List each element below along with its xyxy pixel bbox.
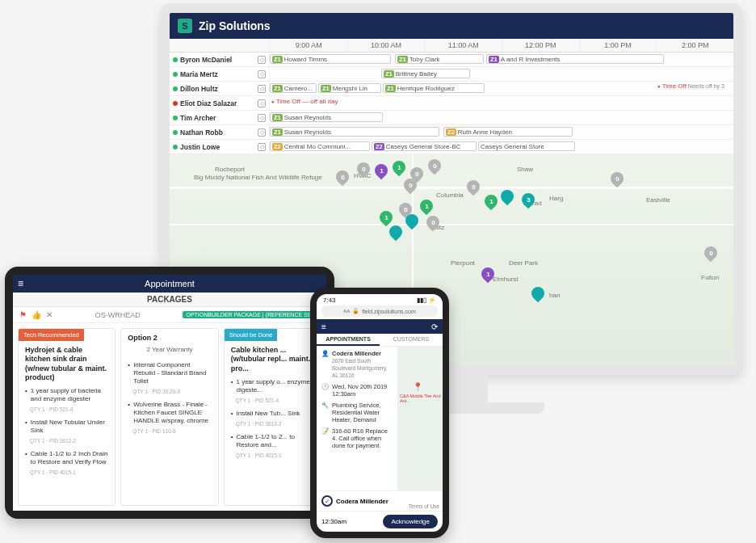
timeline-row[interactable]: Eliot Diaz Salazar◇Time Off — off all da…	[170, 96, 733, 111]
map-pin-icon[interactable]: 0	[334, 168, 352, 187]
line-item: Install New Tubular Under Sink	[19, 415, 115, 438]
timeline-row[interactable]: Dillon Hultz◇Z1Camero...Z1Mengshi LinZ1H…	[170, 82, 733, 96]
map-pin-icon[interactable]	[529, 284, 548, 303]
map-label: Pierpont	[451, 259, 475, 267]
tab-customers[interactable]: CUSTOMERS	[380, 334, 443, 346]
tab-appointments[interactable]: APPOINTMENTS	[317, 334, 380, 346]
signal-icon: ▮▮▯ ⚡	[417, 297, 436, 304]
appointment-bar[interactable]: Z2Central Mo Communi...	[270, 141, 370, 151]
user-icon[interactable]: ◇	[258, 128, 266, 137]
map-pin-icon[interactable]: 0	[608, 170, 627, 188]
appointment-bar[interactable]: Z1Howard Timms	[270, 54, 391, 64]
appointment-bar[interactable]: Z1Camero...	[270, 83, 317, 93]
tech-name: Maria Mertz	[180, 70, 218, 78]
flag-icon[interactable]: ⚑	[19, 310, 27, 319]
map-label: Columbia	[436, 192, 464, 199]
line-item: Wolverine Brass - Finale - Kitchen Fauce…	[121, 398, 217, 428]
hour-label: 10:00 AM	[347, 39, 425, 52]
tablet-device: ≡ Appointment PACKAGES ⚑ 👍 ✕ OS-WRHEAD O…	[5, 267, 334, 519]
hour-label: 12:00 PM	[502, 39, 579, 52]
map-pin-icon[interactable]: 1	[372, 162, 391, 180]
timeline-row[interactable]: Tim Archer◇Z1Susan Reynolds	[170, 111, 733, 125]
appointment-time: Wed, Nov 20th 2019 12:30am	[332, 383, 393, 398]
appointment-bar[interactable]: Z1Susan Reynolds	[270, 112, 383, 122]
hour-label: 11:00 AM	[424, 39, 502, 52]
map-pin-icon[interactable]: 0	[426, 157, 444, 175]
map-label: Fulton	[701, 274, 719, 281]
user-icon[interactable]: ◇	[258, 70, 266, 78]
timeline-row[interactable]: Justin Lowe◇Z2Central Mo Communi...Z2Cas…	[170, 140, 733, 154]
appointment-bar[interactable]: Z2Ruth Anne Hayden	[443, 127, 573, 137]
note-icon: 📝	[321, 427, 329, 449]
status-dot-icon	[173, 130, 178, 135]
line-item: Cable 1-1/2 to 2 Inch Drain to Restore a…	[19, 447, 115, 469]
tech-name: Justin Lowe	[180, 143, 220, 151]
tech-name: Tim Archer	[180, 114, 216, 122]
appointment-bar[interactable]: Z1Henrique Rodriguez	[383, 83, 485, 93]
menu-icon[interactable]: ≡	[321, 322, 326, 331]
line-item: Install New Tub... Sink	[225, 406, 321, 421]
map-label: Deer Park	[509, 259, 538, 267]
footer-name: Codera Millender	[336, 498, 388, 505]
map-pin-icon[interactable]: 0	[702, 244, 720, 263]
map-pin-icon[interactable]	[498, 187, 517, 206]
refresh-icon[interactable]: ⟳	[431, 322, 438, 331]
map-label: Harg	[549, 195, 563, 202]
card-subtitle: 2 Year Warranty	[121, 344, 217, 358]
timeline-row[interactable]: Byron McDaniel◇Z1Howard TimmsZ1Toby Clar…	[170, 53, 733, 67]
hour-label: 1:00 PM	[579, 39, 657, 52]
appointment-bar[interactable]: Z1Mengshi Lin	[318, 83, 381, 93]
close-icon[interactable]: ✕	[46, 310, 52, 319]
timeline-row[interactable]: Nathan Robb◇Z1Susan ReynoldsZ2Ruth Anne …	[170, 125, 733, 140]
phone-tabs: APPOINTMENTS CUSTOMERS	[317, 334, 443, 347]
menu-icon[interactable]: ≡	[18, 278, 23, 289]
line-item-meta: QTY 1 · PID 4015-1	[225, 452, 321, 461]
status-dot-icon	[173, 57, 178, 62]
packages-heading: PACKAGES	[13, 293, 326, 307]
terms-link[interactable]: Terms of Use	[409, 503, 439, 509]
status-dot-icon	[173, 101, 178, 106]
check-icon[interactable]: ✓	[321, 495, 333, 507]
appointment-bar[interactable]: Z1Brittney Bailey	[381, 69, 470, 78]
tablet-header: ≡ Appointment	[13, 275, 326, 293]
url-text: field.zipsolutions.com	[362, 309, 416, 314]
appointment-bar[interactable]: Z1Toby Clark	[395, 54, 484, 64]
map-pin-icon[interactable]: 1	[482, 192, 501, 211]
appointment-bar[interactable]: Caseys General Store	[478, 141, 575, 151]
timeline-row[interactable]: Maria Mertz◇Z1Brittney Bailey	[170, 67, 733, 82]
line-item: 1 year supply o... enzyme digeste...	[225, 375, 321, 398]
app-header: S Zip Solutions	[170, 13, 733, 39]
user-icon[interactable]: ◇	[258, 85, 266, 93]
map-label: Shaw	[517, 166, 533, 173]
clock: 7:43	[323, 297, 336, 304]
appointment-bar[interactable]: Z2Caseys General Store-BC	[372, 141, 477, 151]
line-item: 1 year supply of bacteria and enzyme dig…	[19, 384, 115, 406]
map-pin-icon[interactable]: 1	[418, 197, 436, 216]
map-pin-icon[interactable]	[387, 223, 405, 242]
map-pin-icon[interactable]: 1	[390, 158, 409, 177]
user-icon[interactable]: ◇	[258, 99, 266, 107]
address-bar[interactable]: AA 🔒 field.zipsolutions.com	[321, 305, 438, 317]
map-label: Rocheport	[215, 166, 245, 173]
user-icon[interactable]: ◇	[258, 56, 266, 64]
appointment-bar[interactable]: Z1A and R Investments	[486, 54, 664, 64]
package-card[interactable]: Should be DoneCable kitchen ... (w/tubul…	[224, 328, 321, 506]
timeline-header: 9:00 AM 10:00 AM 11:00 AM 12:00 PM 1:00 …	[170, 39, 733, 53]
status-dot-icon	[173, 145, 178, 149]
appointment-bar[interactable]: Z1Susan Reynolds	[270, 127, 439, 137]
package-card[interactable]: Option 22 Year WarrantyInternal Componen…	[120, 328, 218, 506]
line-item-meta: QTY 1 · PID 3812-2	[225, 421, 321, 430]
package-card[interactable]: Tech RecommendedHydrojet & cable kitchen…	[18, 328, 116, 506]
map-label: Eastville	[646, 196, 670, 204]
thumbs-up-icon[interactable]: 👍	[32, 310, 41, 319]
user-icon[interactable]: ◇	[258, 143, 266, 151]
phone-device: 7:43 ▮▮▯ ⚡ AA 🔒 field.zipsolutions.com ≡…	[310, 288, 449, 538]
line-item: Cable 1-1/2 to 2... to Restore and...	[225, 430, 321, 452]
app-logo-icon: S	[178, 19, 192, 33]
user-icon[interactable]: ◇	[258, 114, 266, 122]
line-item: Internal Component Rebuild - Standard Br…	[121, 358, 217, 389]
map-pin-icon[interactable]: 0	[464, 178, 483, 196]
card-title: Cable kitchen ... (w/tubular repl... mai…	[225, 341, 321, 375]
phone-map[interactable]: 📍 C&A Mobile Tire And Aut...	[397, 347, 443, 490]
acknowledge-button[interactable]: Acknowledge	[383, 515, 438, 528]
